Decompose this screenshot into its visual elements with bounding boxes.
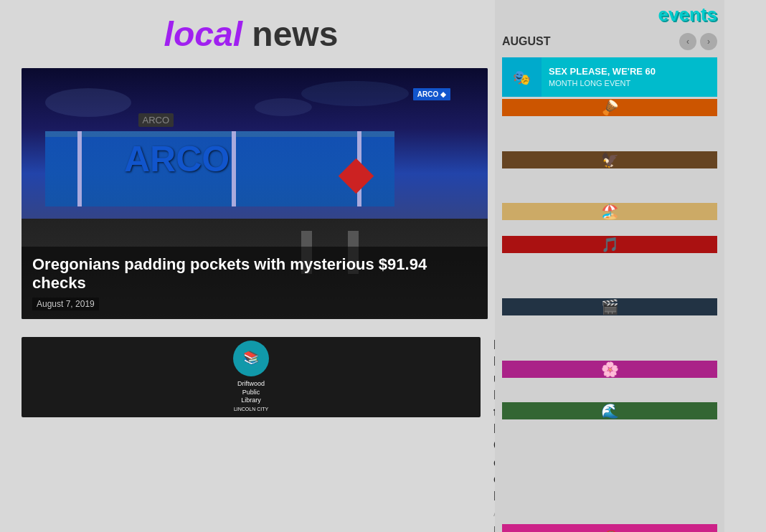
month-label: AUGUST: [502, 35, 551, 48]
news-thumb-library: 📚 DriftwoodPublicLibraryLINCOLN CITY: [22, 337, 481, 417]
events-logo: events: [658, 4, 717, 25]
event-thumb-2: 🪘: [502, 99, 717, 116]
month-navigation: ‹ ›: [679, 33, 717, 50]
event-thumb-9: 🚗: [502, 524, 717, 532]
event-thumb-6: 🎬: [502, 298, 717, 315]
event-item-carwash[interactable]: 🚗 19 AUG FAMILY PROMISE CAR WASH: [502, 524, 717, 532]
next-month-button[interactable]: ›: [700, 33, 717, 50]
event-name-1: SEX PLEASE, WE'RE 60: [549, 66, 710, 77]
month-nav-bar: AUGUST ‹ ›: [502, 29, 717, 50]
event-thumb-7: 🌸: [502, 361, 717, 378]
event-item-birdwatch[interactable]: 🦅 10 AUG LINCOLN CITY BIRD WATCHING CLIN…: [502, 151, 717, 201]
event-item-movie[interactable]: 🎬 10 AUG LINCOLN CITY SUMMER MOVIE NIGHT…: [502, 298, 717, 358]
event-thumb-5: 🎵: [502, 236, 717, 253]
news-label: news: [242, 15, 338, 53]
section-title: local news: [22, 14, 481, 54]
event-sub-1: MONTH LONG EVENT: [549, 78, 710, 88]
event-item-powwow[interactable]: 🪘 09-11 AUG NESIKA ILLAHEE POW-WOW: [502, 99, 717, 149]
event-thumb-4: 🏖️: [502, 203, 717, 220]
event-item-lark[interactable]: 🎵 10 AUG THE LARK AND THE LOON: [502, 236, 717, 296]
event-item-sex-please[interactable]: 🎭 SEX PLEASE, WE'RE 60 MONTH LONG EVENT: [502, 57, 717, 97]
prev-month-button[interactable]: ‹: [679, 33, 696, 50]
news-item-library[interactable]: 📚 DriftwoodPublicLibraryLINCOLN CITY Dri…: [22, 337, 481, 532]
hero-date: August 7, 2019: [32, 298, 99, 310]
svg-text:📚: 📚: [243, 350, 260, 366]
events-logo-area: events: [502, 4, 717, 29]
event-item-climate[interactable]: 🌊 14 AUG THE OREGON COAST IN THE ERA OF …: [502, 402, 717, 522]
library-name: DriftwoodPublicLibraryLINCOLN CITY: [234, 380, 268, 414]
right-column-events: events AUGUST ‹ › 🎭 SEX PLEASE, WE'RE 60…: [495, 0, 724, 532]
hero-overlay: Oregonians padding pockets with mysterio…: [22, 247, 488, 319]
hero-headline: Oregonians padding pockets with mysterio…: [32, 255, 477, 293]
left-column: local news ARCO ARCO: [0, 0, 495, 532]
event-thumb-1: 🎭: [502, 57, 542, 97]
local-label: local: [164, 15, 242, 53]
hero-article[interactable]: ARCO ARCO ampm ARCO ◆ Oregonians padding…: [22, 68, 488, 319]
event-thumb-8: 🌊: [502, 402, 717, 419]
event-item-garden[interactable]: 🌸 13 AUG CHILDREN'S GARDEN FAIR: [502, 361, 717, 400]
event-thumb-3: 🦅: [502, 151, 717, 168]
library-logo: 📚: [233, 341, 269, 376]
event-info-1: SEX PLEASE, WE'RE 60 MONTH LONG EVENT: [542, 57, 717, 97]
event-item-sandcastle[interactable]: 🏖️ 10 AUG SANDCASTLE CONTEST: [502, 203, 717, 234]
